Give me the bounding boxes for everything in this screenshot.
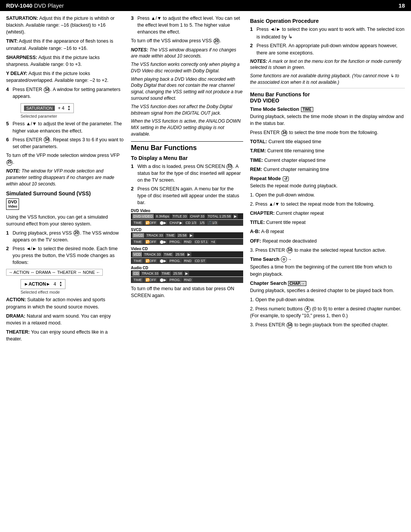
audiocd-prog: PROG. (169, 278, 182, 282)
repeat-icon: ↺ (283, 176, 289, 181)
vcd-rnd: RND (183, 259, 193, 263)
repeat-mode-label: Repeat Mode ↺ (250, 176, 405, 181)
svcd-bottom-row: TIME 🔁OFF ⬤▶ PROG. RND CD ST.1 +4 (131, 239, 243, 245)
selected-param-label: Selected parameter (21, 114, 124, 118)
vss-intro: Using the VSS function, you can get a si… (6, 214, 124, 227)
vss-note2: The VSS function works correctly only wh… (131, 61, 243, 74)
repeat-mode-desc: Selects the repeat mode during playback. (250, 182, 405, 189)
vcd-label: Video CD (131, 247, 243, 251)
basic-step-2: 2 Press ENTER. An appropriate pull-down … (250, 42, 405, 56)
dvd-cd: CD 1/3 (185, 220, 198, 225)
dvd-video-badge-container: DVD Video (6, 198, 124, 212)
off-repeat: OFF: Repeat mode deactivated (250, 238, 405, 244)
saturation-display: SATURATION + 4 ▲ ▼ Selected parameter (13, 102, 124, 118)
vcd-pg: ⬤▶ (159, 259, 167, 263)
audiocd-pg: ⬤▶ (159, 278, 167, 282)
circle-20b: 20 (213, 38, 220, 44)
dvd-time-icon: TIME (132, 220, 143, 225)
chapter-step1: 1. Open the pull-down window. (250, 296, 405, 303)
circle-34b: 34 (44, 137, 50, 143)
menu-bar-big-title: Menu Bar Functions (131, 141, 243, 152)
svcd-play: ▶ (189, 233, 194, 238)
svcd-time: TIME (165, 233, 176, 238)
dvd-pg: 🎵1/3 (207, 220, 218, 225)
vss-step-2: 2 Press ◄/► to select the desired mode. … (6, 245, 124, 266)
header-title: RDV-1040 DVD Player (6, 2, 64, 9)
theater-desc: THEATER: You can enjoy sound effects lik… (6, 329, 124, 342)
svcd-rnd: RND (183, 240, 193, 244)
dvd-menu-title: Menu Bar Functions forDVD VIDEO (250, 91, 405, 104)
chapter-search-label: Chapter Search CHAP.→ (250, 280, 405, 286)
dvd-bitrate: 8.3Mbps (155, 214, 170, 219)
dvd-total: TOTAL 1:25:58 (207, 214, 232, 219)
basic-op-title: Basic Operation Procedure (250, 18, 405, 24)
svcd-time2: TIME (132, 240, 143, 244)
circle-34e: 34 (287, 322, 293, 328)
audiocd-time2: TIME (132, 278, 143, 282)
dvd-angle: ⬤▶ (159, 220, 167, 225)
dvd-video-bottom-row: TIME 🔁OFF ⬤▶ CHAP.▶ CD 1/3 1/5 🎵1/3 (131, 220, 243, 226)
vss-flow-diagram: → ACTION ↔ DRAMA ↔ THEATER ↔ NONE ← (6, 269, 103, 276)
vcd-bottom-row: TIME 🔁OFF ⬤▶ PROG. RND CD ST (131, 258, 243, 264)
chap-badge: CHAP.→ (288, 281, 306, 286)
svcd-st: CD ST.1 (194, 240, 209, 244)
circle-33: 33 (226, 164, 233, 170)
divider1 (250, 88, 405, 88)
vss-note5: When the VSS function is active, the ANA… (131, 118, 243, 137)
repeat-step2: 2. Press ▲/▼ to select the repeat mode f… (250, 201, 405, 208)
vfp-off-text: To turn off the VFP mode selection windo… (6, 152, 124, 166)
saturation-para: SATURATION: Adjust this if the picture i… (6, 15, 124, 35)
page-content: SATURATION: Adjust this if the picture i… (0, 15, 411, 345)
audiocd-top-row: CD TRACK 33 TIME 25:58 ▶ (131, 270, 243, 276)
audiocd-label: Audio CD (131, 266, 243, 270)
time-search-icon-group: ⊙→ (281, 256, 292, 262)
dvd-video-top-row: DVD-VIDEO 8.3Mbps TITLE 33 CHAP 33 TOTAL… (131, 213, 243, 219)
audiocd-bar-section: Audio CD CD TRACK 33 TIME 25:58 ▶ TIME 🔁… (131, 266, 243, 283)
vss-off-text: To turn off the VSS window press VSS 20. (131, 37, 243, 44)
ab-repeat: A-B: A-B repeat (250, 228, 405, 235)
action-arrows: ▲ ▼ (59, 281, 62, 287)
saturation-label: SATURATION (24, 105, 55, 111)
dvd-play: ▶ (233, 214, 238, 219)
vcd-time: TIME (163, 252, 174, 257)
action-label: ►ACTION► (24, 281, 51, 287)
svcd-plus4: +4 (210, 240, 216, 244)
vcd-top-row: VCD TRACK 33 TIME 25:58 ▶ (131, 251, 243, 257)
vss-note3: When playing back a DVD Video disc recor… (131, 76, 243, 102)
audiocd-rnd: RND (183, 278, 193, 282)
rem-text: REM: Current chapter remaining time (250, 166, 405, 173)
chapter-search-desc: During playback, specifies a desired cha… (250, 287, 405, 294)
basic-step-1: 1 Press ◄/► to select the icon you want … (250, 26, 405, 40)
sharpness-para: SHARPNESS: Adjust this if the picture la… (6, 54, 124, 68)
vss-note4: The VSS function does not affect the Dol… (131, 104, 243, 117)
model-name: RDV-1040 (6, 2, 32, 9)
time-search-desc: Specifies a time from the beginning of t… (250, 264, 405, 277)
audiocd-time: TIME (161, 271, 171, 276)
basic-note1: NOTES: A mark or text on the menu icon f… (250, 58, 405, 71)
saturation-value: + 4 (58, 105, 64, 111)
time-search-icon: ⊙ (281, 256, 287, 262)
middle-step-3: 3 Press ▲/▼ to adjust the effect level. … (131, 15, 243, 35)
time-mode-press: Press ENTER 34 to select the time mode f… (250, 129, 405, 136)
vss-section-title: Simulated Surround Sound (VSS) (6, 190, 124, 197)
vss-step-1: 1 During playback, press VSS 20. The VSS… (6, 230, 124, 243)
dvd-fraction: 1/5 (199, 220, 206, 225)
trem-text: T.REM: Current title remaining time (250, 147, 405, 154)
dvd-chap: CHAP 33 (189, 214, 206, 219)
svcd-pg: ⬤▶ (159, 240, 167, 244)
chapter-step3: 3. Press ENTER 34 to begin playback from… (250, 321, 405, 328)
time-mode-desc: During playback, selects the time mode s… (250, 113, 405, 127)
svcd-elapsed: 25:58 (177, 233, 188, 238)
dvd-off: 🔁OFF (144, 220, 158, 225)
dvd-video-label: DVD-VIDEO (132, 214, 154, 219)
vcd-off: 🔁OFF (144, 259, 158, 263)
chapter-step2: 2. Press numeric buttons 4 (0 to 9) to e… (250, 305, 405, 319)
svcd-bar-section: SVCD SVCD TRACK 33 TIME 25:58 ▶ TIME 🔁OF… (131, 228, 243, 245)
vcd-type: VCD (132, 252, 142, 257)
step-6: 6 Press ENTER 34. Repeat steps 3 to 6 if… (6, 136, 124, 150)
vcd-st: CD ST (194, 259, 206, 263)
note-vfp: NOTE: The window for VFP mode selection … (6, 168, 124, 187)
dvd-chap2: CHAP.▶ (169, 220, 183, 225)
audiocd-track: TRACK 33 (141, 271, 159, 276)
status-bars-container: DVD Video DVD-VIDEO 8.3Mbps TITLE 33 CHA… (131, 209, 243, 283)
